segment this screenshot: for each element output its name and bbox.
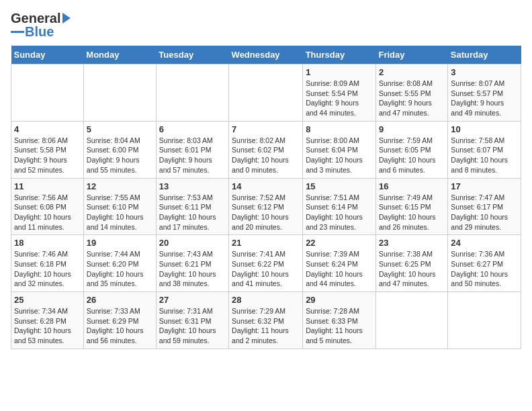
day-info: Sunrise: 7:52 AM Sunset: 6:12 PM Dayligh…	[232, 193, 300, 232]
day-number: 28	[232, 295, 300, 305]
calendar-cell	[229, 64, 303, 122]
day-number: 29	[306, 295, 373, 305]
calendar-cell: 29Sunrise: 7:28 AM Sunset: 6:33 PM Dayli…	[303, 292, 376, 349]
calendar-cell: 20Sunrise: 7:43 AM Sunset: 6:21 PM Dayli…	[156, 235, 228, 292]
header-tuesday: Tuesday	[156, 46, 228, 64]
header-sunday: Sunday	[11, 46, 84, 64]
day-info: Sunrise: 7:43 AM Sunset: 6:21 PM Dayligh…	[159, 249, 226, 289]
calendar-cell: 25Sunrise: 7:34 AM Sunset: 6:28 PM Dayli…	[11, 292, 84, 349]
calendar-cell: 7Sunrise: 8:02 AM Sunset: 6:02 PM Daylig…	[229, 121, 303, 178]
day-number: 13	[159, 181, 226, 191]
calendar-cell: 19Sunrise: 7:44 AM Sunset: 6:20 PM Dayli…	[83, 235, 156, 292]
day-number: 18	[14, 238, 81, 248]
header-monday: Monday	[83, 46, 156, 64]
day-number: 17	[451, 181, 518, 191]
calendar-cell: 9Sunrise: 7:59 AM Sunset: 6:05 PM Daylig…	[375, 121, 447, 178]
logo-arrow-icon	[62, 13, 71, 24]
day-info: Sunrise: 8:04 AM Sunset: 6:00 PM Dayligh…	[87, 136, 153, 175]
day-number: 4	[14, 124, 81, 134]
day-info: Sunrise: 7:36 AM Sunset: 6:27 PM Dayligh…	[451, 249, 518, 289]
calendar-cell: 18Sunrise: 7:46 AM Sunset: 6:18 PM Dayli…	[11, 235, 84, 292]
week-row-4: 25Sunrise: 7:34 AM Sunset: 6:28 PM Dayli…	[11, 292, 521, 349]
day-info: Sunrise: 7:29 AM Sunset: 6:32 PM Dayligh…	[232, 306, 300, 346]
calendar-cell: 28Sunrise: 7:29 AM Sunset: 6:32 PM Dayli…	[229, 292, 303, 349]
day-number: 19	[87, 238, 153, 248]
day-info: Sunrise: 8:07 AM Sunset: 5:57 PM Dayligh…	[451, 79, 518, 118]
week-row-0: 1Sunrise: 8:09 AM Sunset: 5:54 PM Daylig…	[11, 64, 521, 122]
calendar-cell: 1Sunrise: 8:09 AM Sunset: 5:54 PM Daylig…	[303, 64, 376, 122]
day-number: 7	[232, 124, 300, 134]
day-number: 3	[451, 67, 518, 77]
calendar-cell: 17Sunrise: 7:47 AM Sunset: 6:17 PM Dayli…	[448, 178, 521, 235]
day-number: 15	[306, 181, 373, 191]
calendar-table: SundayMondayTuesdayWednesdayThursdayFrid…	[11, 46, 521, 349]
calendar-cell: 15Sunrise: 7:51 AM Sunset: 6:14 PM Dayli…	[303, 178, 376, 235]
day-info: Sunrise: 7:55 AM Sunset: 6:10 PM Dayligh…	[87, 193, 153, 232]
calendar-cell: 3Sunrise: 8:07 AM Sunset: 5:57 PM Daylig…	[448, 64, 521, 122]
calendar-cell	[83, 64, 156, 122]
day-info: Sunrise: 7:51 AM Sunset: 6:14 PM Dayligh…	[306, 193, 373, 232]
day-number: 14	[232, 181, 300, 191]
day-number: 16	[379, 181, 445, 191]
day-info: Sunrise: 7:41 AM Sunset: 6:22 PM Dayligh…	[232, 249, 300, 289]
calendar-cell: 26Sunrise: 7:33 AM Sunset: 6:29 PM Dayli…	[83, 292, 156, 349]
day-number: 23	[379, 238, 445, 248]
day-info: Sunrise: 7:34 AM Sunset: 6:28 PM Dayligh…	[14, 306, 81, 346]
day-info: Sunrise: 8:06 AM Sunset: 5:58 PM Dayligh…	[14, 136, 81, 175]
day-info: Sunrise: 7:33 AM Sunset: 6:29 PM Dayligh…	[87, 306, 153, 346]
logo-container: General Blue	[11, 11, 71, 39]
logo-general: General	[11, 11, 60, 26]
calendar-cell: 8Sunrise: 8:00 AM Sunset: 6:04 PM Daylig…	[303, 121, 376, 178]
page-header: General Blue	[11, 11, 521, 39]
week-row-3: 18Sunrise: 7:46 AM Sunset: 6:18 PM Dayli…	[11, 235, 521, 292]
day-number: 20	[159, 238, 226, 248]
day-number: 2	[379, 67, 445, 77]
day-info: Sunrise: 7:44 AM Sunset: 6:20 PM Dayligh…	[87, 249, 153, 289]
day-number: 5	[87, 124, 153, 134]
header-saturday: Saturday	[448, 46, 521, 64]
day-info: Sunrise: 7:28 AM Sunset: 6:33 PM Dayligh…	[306, 306, 373, 346]
calendar-cell: 16Sunrise: 7:49 AM Sunset: 6:15 PM Dayli…	[375, 178, 447, 235]
day-number: 9	[379, 124, 445, 134]
calendar-cell	[11, 64, 84, 122]
week-row-1: 4Sunrise: 8:06 AM Sunset: 5:58 PM Daylig…	[11, 121, 521, 178]
day-number: 8	[306, 124, 373, 134]
day-number: 21	[232, 238, 300, 248]
header-thursday: Thursday	[303, 46, 376, 64]
calendar-cell	[156, 64, 228, 122]
calendar-header-row: SundayMondayTuesdayWednesdayThursdayFrid…	[11, 46, 521, 64]
calendar-cell: 21Sunrise: 7:41 AM Sunset: 6:22 PM Dayli…	[229, 235, 303, 292]
calendar-cell: 6Sunrise: 8:03 AM Sunset: 6:01 PM Daylig…	[156, 121, 228, 178]
day-number: 6	[159, 124, 226, 134]
week-row-2: 11Sunrise: 7:56 AM Sunset: 6:08 PM Dayli…	[11, 178, 521, 235]
day-info: Sunrise: 7:49 AM Sunset: 6:15 PM Dayligh…	[379, 193, 445, 232]
calendar-cell: 24Sunrise: 7:36 AM Sunset: 6:27 PM Dayli…	[448, 235, 521, 292]
day-info: Sunrise: 7:39 AM Sunset: 6:24 PM Dayligh…	[306, 249, 373, 289]
day-info: Sunrise: 8:02 AM Sunset: 6:02 PM Dayligh…	[232, 136, 300, 175]
calendar-cell	[375, 292, 447, 349]
day-number: 10	[451, 124, 518, 134]
calendar-cell: 22Sunrise: 7:39 AM Sunset: 6:24 PM Dayli…	[303, 235, 376, 292]
calendar-cell: 2Sunrise: 8:08 AM Sunset: 5:55 PM Daylig…	[375, 64, 447, 122]
day-number: 24	[451, 238, 518, 248]
day-info: Sunrise: 7:56 AM Sunset: 6:08 PM Dayligh…	[14, 193, 81, 232]
day-number: 1	[306, 67, 373, 77]
day-number: 25	[14, 295, 81, 305]
day-info: Sunrise: 7:38 AM Sunset: 6:25 PM Dayligh…	[379, 249, 445, 289]
logo-blue: Blue	[25, 24, 54, 39]
calendar-cell	[448, 292, 521, 349]
calendar-cell: 13Sunrise: 7:53 AM Sunset: 6:11 PM Dayli…	[156, 178, 228, 235]
calendar-cell: 11Sunrise: 7:56 AM Sunset: 6:08 PM Dayli…	[11, 178, 84, 235]
day-info: Sunrise: 8:08 AM Sunset: 5:55 PM Dayligh…	[379, 79, 445, 118]
day-number: 27	[159, 295, 226, 305]
logo: General Blue	[11, 11, 71, 39]
day-info: Sunrise: 7:58 AM Sunset: 6:07 PM Dayligh…	[451, 136, 518, 175]
day-number: 26	[87, 295, 153, 305]
calendar-cell: 27Sunrise: 7:31 AM Sunset: 6:31 PM Dayli…	[156, 292, 228, 349]
day-number: 11	[14, 181, 81, 191]
day-info: Sunrise: 7:53 AM Sunset: 6:11 PM Dayligh…	[159, 193, 226, 232]
calendar-cell: 4Sunrise: 8:06 AM Sunset: 5:58 PM Daylig…	[11, 121, 84, 178]
calendar-cell: 14Sunrise: 7:52 AM Sunset: 6:12 PM Dayli…	[229, 178, 303, 235]
day-info: Sunrise: 7:31 AM Sunset: 6:31 PM Dayligh…	[159, 306, 226, 346]
day-info: Sunrise: 7:47 AM Sunset: 6:17 PM Dayligh…	[451, 193, 518, 232]
